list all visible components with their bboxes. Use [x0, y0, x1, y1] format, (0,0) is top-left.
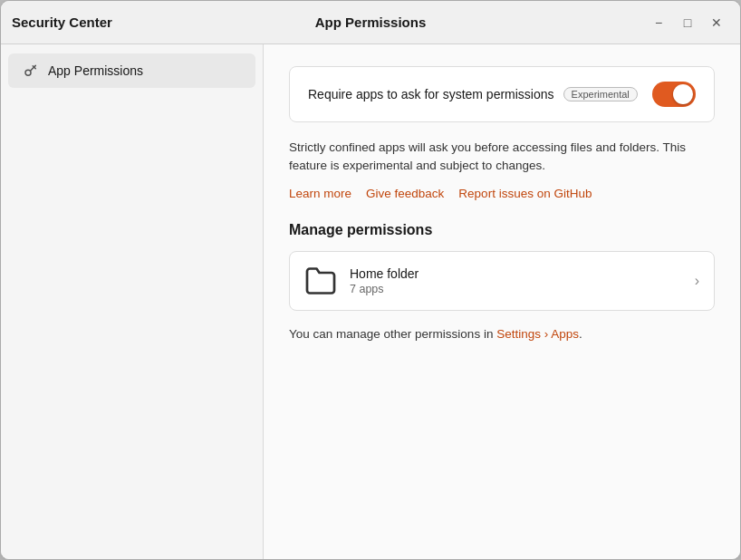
- give-feedback-link[interactable]: Give feedback: [366, 187, 444, 200]
- learn-more-link[interactable]: Learn more: [289, 187, 351, 200]
- window-controls: − □ ✕: [548, 10, 729, 35]
- report-issues-link[interactable]: Report issues on GitHub: [458, 187, 592, 200]
- footer-text-before: You can manage other permissions in: [289, 327, 496, 341]
- home-folder-item[interactable]: Home folder 7 apps ›: [289, 251, 715, 311]
- experimental-badge: Experimental: [563, 87, 638, 101]
- system-permissions-toggle[interactable]: [652, 82, 696, 107]
- titlebar: Security Center App Permissions − □ ✕: [1, 1, 740, 44]
- settings-apps-link[interactable]: Settings › Apps: [496, 327, 579, 341]
- toggle-card-left: Require apps to ask for system permissio…: [308, 87, 638, 101]
- main-layout: App Permissions Require apps to ask for …: [1, 44, 740, 559]
- permission-name: Home folder: [350, 266, 682, 281]
- permission-info: Home folder 7 apps: [350, 266, 682, 295]
- permission-count: 7 apps: [350, 283, 682, 295]
- titlebar-left: Security Center: [12, 14, 193, 30]
- window-title: App Permissions: [193, 14, 548, 30]
- manage-permissions-title: Manage permissions: [289, 222, 715, 238]
- sidebar: App Permissions: [1, 44, 264, 559]
- app-window: Security Center App Permissions − □ ✕ Ap…: [0, 0, 741, 560]
- maximize-button[interactable]: □: [675, 10, 700, 35]
- sidebar-title: Security Center: [12, 14, 112, 30]
- description-text: Strictly confined apps will ask you befo…: [289, 139, 715, 176]
- folder-icon: [304, 265, 337, 297]
- footer-note: You can manage other permissions in Sett…: [289, 327, 715, 341]
- sidebar-item-app-permissions[interactable]: App Permissions: [8, 53, 255, 88]
- chevron-right-icon: ›: [695, 273, 699, 289]
- footer-text-after: .: [579, 327, 582, 341]
- close-button[interactable]: ✕: [704, 10, 729, 35]
- toggle-label: Require apps to ask for system permissio…: [308, 87, 554, 101]
- toggle-card: Require apps to ask for system permissio…: [289, 66, 715, 122]
- key-icon: [23, 63, 39, 79]
- minimize-button[interactable]: −: [646, 10, 671, 35]
- content-area: Require apps to ask for system permissio…: [264, 44, 740, 559]
- links-row: Learn more Give feedback Report issues o…: [289, 187, 715, 200]
- sidebar-item-label: App Permissions: [48, 63, 143, 78]
